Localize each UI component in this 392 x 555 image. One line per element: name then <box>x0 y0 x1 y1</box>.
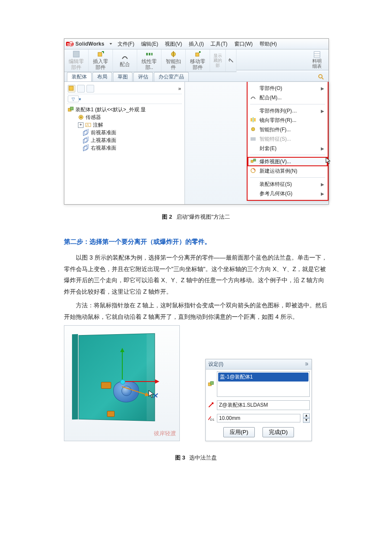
done-button[interactable]: 完成(D) <box>262 427 294 437</box>
ribbon-move-component[interactable]: 移动零 部件 <box>186 49 210 72</box>
tab-sketch[interactable]: 草图 <box>113 72 133 81</box>
bom-icon <box>313 51 321 58</box>
explode-settings-panel: 设定(I) ⚞ 盖-1@装配体1 Z@装配体1.SLDASM <box>205 359 312 441</box>
menu-item-smart-feature: 智能特征(S)... <box>248 134 328 144</box>
tree-top-plane[interactable]: 上视基准面 <box>68 136 182 144</box>
ribbon-smart-fastener[interactable]: 智能扣 件 <box>161 49 186 72</box>
model-bolt <box>101 382 111 389</box>
linear-pattern-icon <box>145 50 153 58</box>
svg-rect-8 <box>151 53 153 55</box>
menu-item-envelope[interactable]: 封套(E) ▶ <box>248 144 328 153</box>
direction-input[interactable]: Z@装配体1.SLDASM <box>217 400 310 410</box>
direction-icon[interactable] <box>208 402 214 408</box>
svg-rect-5 <box>98 52 102 56</box>
command-tab-strip: 装配体 布局 草图 评估 办公室产品 <box>64 72 225 82</box>
ribbon-edit-component: 编辑零 部件 <box>64 49 89 72</box>
tree-front-label: 前视基准面 <box>91 129 116 136</box>
panel-header[interactable]: 设定(I) ⚞ <box>206 359 311 370</box>
collapse-icon[interactable]: ⚞ <box>305 361 309 367</box>
menu-item-label: 爆炸视图(V)... <box>259 158 291 165</box>
tab-assembly[interactable]: 装配体 <box>67 72 92 81</box>
menu-item-component[interactable]: 零部件(O) ▶ <box>248 84 328 93</box>
apply-button[interactable]: 应用(P) <box>223 427 255 437</box>
menu-item-mate[interactable]: 配合(M)... <box>248 93 328 102</box>
ribbon-clip[interactable] <box>226 49 236 72</box>
step-2-title: 第二步：选择第一个要分离开（或爆炸开）的零件。 <box>64 238 328 246</box>
filter-icon[interactable]: ▽ <box>68 95 79 102</box>
filter-dropdown-icon[interactable]: ▾ <box>79 97 81 101</box>
model-base-block <box>78 333 155 421</box>
ribbon-mate[interactable]: 配合 <box>113 49 137 72</box>
triad-x-axis-icon[interactable] <box>122 381 156 382</box>
menu-item-smart-fastener[interactable]: 智能扣件(F)... <box>248 125 328 134</box>
tab-office[interactable]: 办公室产品 <box>154 72 189 81</box>
mate-icon <box>250 94 257 101</box>
menu-window[interactable]: 窗口(W) <box>231 39 256 49</box>
menu-edit[interactable]: 编辑(E) <box>138 39 161 49</box>
feature-tree: 装配体1 (默认<<默认>_外观 显 传感器 + A 注解 <box>67 104 182 152</box>
tree-sensors[interactable]: 传感器 <box>68 113 182 121</box>
expand-icon[interactable]: » <box>178 86 181 92</box>
ribbon-label: 编辑零 部件 <box>69 59 84 71</box>
figure3-text: 选中法兰盘 <box>189 454 217 461</box>
fm-tab-config-icon[interactable] <box>86 85 94 92</box>
tab-layout[interactable]: 布局 <box>92 72 112 81</box>
svg-rect-29 <box>251 160 253 162</box>
tab-evaluate[interactable]: 评估 <box>133 72 153 81</box>
tree-front-plane[interactable]: 前视基准面 <box>68 129 182 136</box>
assembly-icon <box>68 107 74 113</box>
menu-insert[interactable]: 插入(I) <box>186 39 207 49</box>
tree-expand-icon[interactable]: + <box>78 122 84 128</box>
distance-input[interactable]: 10.00mm <box>217 414 300 422</box>
ribbon-insert-component[interactable]: 插入零 部件 <box>89 49 113 72</box>
svg-rect-33 <box>210 382 213 384</box>
selected-component[interactable]: 盖-1@装配体1 <box>218 373 308 382</box>
tree-annotations[interactable]: + A 注解 <box>68 121 182 129</box>
model-viewport[interactable]: 彼岸轻渡 <box>64 325 180 441</box>
menu-separator <box>250 177 325 178</box>
menu-item-reference-geometry[interactable]: 参考几何体(G) ▶ <box>248 189 328 198</box>
menu-help[interactable]: 帮助(H) <box>257 39 280 49</box>
selection-listbox[interactable]: 盖-1@装配体1 <box>217 371 310 397</box>
menu-item-label: 封套(E) <box>259 145 277 152</box>
plane-icon <box>83 130 89 136</box>
spin-down-button[interactable]: ▼ <box>303 418 310 423</box>
ribbon-linear-component[interactable]: 线性零 部.. <box>137 49 161 72</box>
history-dropdown-icon[interactable] <box>110 43 112 45</box>
menu-item-new-motion[interactable]: 新建运动算例(N) <box>248 166 328 176</box>
triad-y-axis-icon[interactable] <box>122 351 123 381</box>
svg-point-27 <box>251 127 255 131</box>
menu-item-mirror-component[interactable]: 镜向零部件(R)... <box>248 116 328 125</box>
tree-root[interactable]: 装配体1 (默认<<默认>_外观 显 <box>68 106 182 113</box>
svg-rect-17 <box>69 86 73 90</box>
svg-rect-30 <box>254 159 256 161</box>
distance-spinner[interactable]: ▲ ▼ <box>303 413 310 423</box>
menu-item-assembly-feature[interactable]: 装配体特征(S) ▶ <box>248 179 328 189</box>
feature-filter-bar: ▽ ▾ <box>67 94 182 104</box>
svg-point-21 <box>80 116 82 118</box>
submenu-arrow-icon: ▶ <box>321 109 324 113</box>
menu-item-exploded-view[interactable]: 爆炸视图(V)... <box>248 157 328 166</box>
menu-view[interactable]: 视图(V) <box>162 39 185 49</box>
menu-tools[interactable]: 工具(T) <box>208 39 230 49</box>
svg-text:D1: D1 <box>210 418 214 422</box>
model-flange-selected[interactable] <box>113 381 139 402</box>
edit-component-icon <box>72 50 80 58</box>
ribbon-label: 智能扣 件 <box>166 59 181 71</box>
panel-button-row: 应用(P) 完成(D) <box>206 425 311 441</box>
tree-right-plane[interactable]: 右视基准面 <box>68 144 182 152</box>
paragraph-1: 以图 3 所示的装配体为例，选择第一个分离开的零件——最前面那个蓝色的法兰盘。单… <box>64 252 328 297</box>
exploded-view-icon <box>250 158 257 165</box>
fm-tab-property-icon[interactable] <box>77 85 85 92</box>
svg-rect-25 <box>254 118 256 121</box>
cursor-pointer-icon <box>325 157 333 166</box>
plane-icon <box>83 137 89 143</box>
search-icon[interactable] <box>317 73 324 80</box>
fm-tab-feature-icon[interactable] <box>68 85 75 92</box>
svg-line-16 <box>322 78 323 79</box>
ribbon: 编辑零 部件 插入零 部件 配合 线性零 部.. <box>64 49 236 72</box>
spin-up-button[interactable]: ▲ <box>303 413 310 418</box>
menu-file[interactable]: 文件(F) <box>115 39 137 49</box>
menu-item-component-pattern[interactable]: 零部件阵列(P)… ▶ <box>248 106 328 116</box>
window-body: » ▽ ▾ 装配体1 (默认<<默认>_外观 显 <box>64 82 329 204</box>
